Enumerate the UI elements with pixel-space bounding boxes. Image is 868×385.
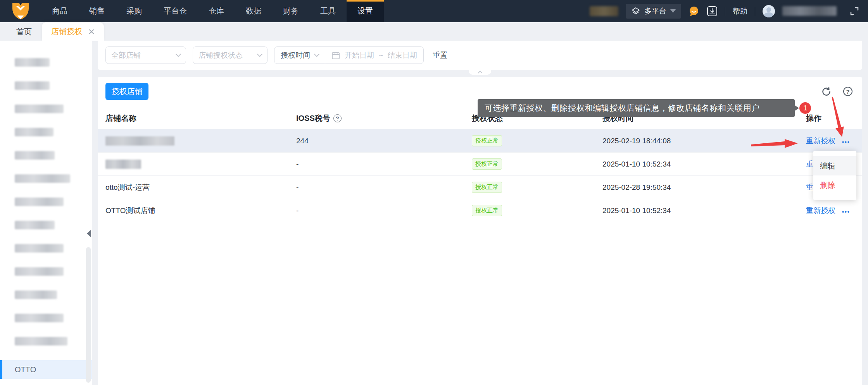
store-name-cell: OTTO测试店铺: [105, 206, 296, 216]
divider: [325, 46, 325, 64]
menu-item-delete[interactable]: 删除: [813, 175, 856, 195]
col-header-store-name: 店铺名称: [105, 113, 296, 124]
reauthorize-link[interactable]: 重新授权: [806, 136, 835, 146]
status-badge: 授权正常: [472, 182, 502, 193]
guide-tooltip: 可选择重新授权、删除授权和编辑授权店铺信息，修改店铺名称和关联用户: [478, 99, 795, 117]
ioss-cell: -: [296, 206, 472, 215]
end-date-placeholder: 结束日期: [388, 50, 417, 60]
sidebar-item-redacted[interactable]: [15, 151, 55, 160]
time-type-label: 授权时间: [281, 50, 310, 60]
refresh-icon[interactable]: [821, 86, 832, 97]
redacted-store-name: [105, 160, 141, 169]
navbar-right: 多平台 帮助: [590, 0, 868, 22]
actions-cell: 重新授权 •••: [806, 206, 854, 216]
redacted-username: [782, 6, 837, 16]
sidebar-scrollbar[interactable]: [86, 247, 91, 383]
nav-item-finance[interactable]: 财务: [272, 0, 309, 22]
app-window: 商品 销售 采购 平台仓 仓库 数据 财务 工具 设置 多平台: [0, 0, 868, 385]
nav-item-platform-warehouse[interactable]: 平台仓: [153, 0, 198, 22]
customer-service-icon[interactable]: [689, 6, 699, 17]
sidebar-item-redacted[interactable]: [15, 128, 53, 136]
nav-item-data[interactable]: 数据: [235, 0, 272, 22]
filter-bar: 全部店铺 店铺授权状态 授权时间 开始日期: [98, 41, 862, 70]
status-filter-select[interactable]: 店铺授权状态: [193, 46, 267, 64]
status-filter-placeholder: 店铺授权状态: [198, 50, 258, 60]
menu-item-edit[interactable]: 编辑: [813, 156, 856, 175]
tab-label: 店铺授权: [51, 26, 82, 37]
nav-item-sales[interactable]: 销售: [78, 0, 116, 22]
ioss-header-label: IOSS税号: [296, 113, 330, 124]
store-name-cell: [105, 136, 296, 146]
status-badge: 授权正常: [472, 135, 502, 146]
redacted-store-name: [105, 136, 174, 146]
help-link[interactable]: 帮助: [733, 6, 747, 16]
store-auth-panel: 授权店铺 ? 店铺名称 IOSS税号 ?: [98, 77, 862, 385]
ioss-help-icon[interactable]: ?: [333, 114, 342, 122]
collapse-filter-tab[interactable]: [469, 70, 491, 75]
tab-home[interactable]: 首页: [12, 23, 42, 41]
sidebar-item-redacted[interactable]: [15, 81, 50, 90]
start-date-placeholder: 开始日期: [345, 50, 374, 60]
annotation-badge-1: 1: [799, 102, 811, 114]
tab-store-authorization[interactable]: 店铺授权: [42, 22, 104, 41]
status-cell: 授权正常: [472, 135, 602, 146]
sidebar-item-otto[interactable]: OTTO: [0, 360, 92, 379]
redacted-chip: [590, 6, 618, 16]
auth-time-cell: 2025-02-28 19:50:34: [602, 183, 806, 192]
store-name-cell: otto测试-运营: [105, 182, 296, 192]
nav-item-purchasing[interactable]: 采购: [116, 0, 153, 22]
close-icon[interactable]: [88, 29, 95, 35]
avatar[interactable]: [763, 5, 775, 17]
col-header-actions: 操作: [806, 113, 854, 124]
chevron-down-icon: [176, 52, 181, 57]
ioss-cell: -: [296, 160, 472, 168]
content-row: OTTO 全部店铺 店铺授权状态 授权时间: [0, 41, 868, 385]
panel-toolbar: 授权店铺 ?: [98, 83, 862, 100]
sidebar: OTTO: [0, 41, 92, 385]
sidebar-item-redacted[interactable]: [15, 58, 50, 67]
ioss-cell: -: [296, 183, 472, 192]
sidebar-item-redacted[interactable]: [15, 244, 64, 253]
sidebar-item-redacted[interactable]: [15, 290, 57, 299]
status-cell: 授权正常: [472, 158, 602, 170]
divider: [725, 7, 725, 16]
fox-logo-icon: [11, 2, 30, 20]
table-row[interactable]: otto测试-运营 - 授权正常 2025-02-28 19:50:34 重新授…: [98, 176, 862, 199]
authorize-store-button[interactable]: 授权店铺: [105, 83, 148, 100]
sidebar-item-redacted[interactable]: [15, 105, 64, 113]
table-row[interactable]: OTTO测试店铺 - 授权正常 2025-01-10 10:52:34 重新授权…: [98, 199, 862, 222]
more-actions-button[interactable]: •••: [842, 137, 850, 145]
download-icon[interactable]: [707, 6, 718, 17]
chevron-up-icon: [478, 70, 483, 76]
nav-item-products[interactable]: 商品: [41, 0, 78, 22]
status-cell: 授权正常: [472, 205, 602, 216]
brand-logo: [0, 0, 41, 22]
fullscreen-icon[interactable]: [849, 6, 859, 16]
sidebar-item-redacted[interactable]: [15, 198, 64, 206]
table-row[interactable]: - 授权正常 2025-01-10 10:52:34 重新授权 •••: [98, 153, 862, 176]
store-filter-select[interactable]: 全部店铺: [105, 46, 186, 64]
main-area: 全部店铺 店铺授权状态 授权时间 开始日期: [92, 41, 868, 385]
date-range-filter[interactable]: 授权时间 开始日期 ~ 结束日期: [274, 46, 424, 64]
sidebar-item-redacted[interactable]: [15, 337, 67, 345]
more-actions-button[interactable]: •••: [842, 206, 850, 215]
sidebar-collapse-handle[interactable]: [87, 230, 91, 237]
help-icon[interactable]: ?: [843, 87, 852, 96]
nav-item-tools[interactable]: 工具: [309, 0, 347, 22]
table-row[interactable]: 244 授权正常 2025-02-19 18:44:08 重新授权 •••: [98, 129, 862, 153]
auth-time-cell: 2025-02-19 18:44:08: [602, 137, 806, 145]
sidebar-item-redacted[interactable]: [15, 267, 64, 276]
sidebar-item-redacted[interactable]: [15, 174, 70, 183]
sidebar-item-redacted[interactable]: [15, 314, 64, 322]
nav-item-settings[interactable]: 设置: [347, 0, 384, 22]
platform-switcher[interactable]: 多平台: [626, 4, 681, 19]
sidebar-item-redacted[interactable]: [15, 221, 55, 229]
layers-icon: [631, 7, 640, 16]
tab-bar: 首页 店铺授权: [0, 22, 868, 41]
actions-cell: 重新授权 •••: [806, 136, 854, 146]
nav-item-warehouse[interactable]: 仓库: [198, 0, 235, 22]
question-glyph: ?: [336, 115, 339, 122]
reset-button[interactable]: 重置: [433, 50, 447, 60]
reauthorize-link[interactable]: 重新授权: [806, 206, 835, 216]
ioss-cell: 244: [296, 137, 472, 145]
